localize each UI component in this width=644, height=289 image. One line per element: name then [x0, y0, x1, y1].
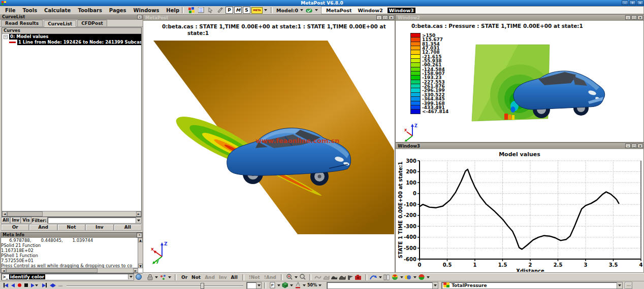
browse-results-button[interactable]: … — [625, 282, 632, 289]
isosurface-icon[interactable] — [417, 274, 426, 280]
tree-child-label[interactable]: 1 Line from Node: 192426 to Node: 241399… — [17, 40, 141, 45]
zoom-reset-icon[interactable] — [299, 274, 307, 280]
window-tab-metapost[interactable]: MetaPost — [325, 8, 353, 13]
palette-icon[interactable] — [187, 7, 196, 14]
scroll-thumb[interactable] — [6, 268, 98, 273]
tab-read-results[interactable]: Read Results — [1, 20, 43, 26]
zoom-dropdown-icon[interactable] — [295, 276, 298, 278]
first-frame-button[interactable] — [4, 283, 8, 287]
command-run-icon[interactable] — [136, 274, 142, 280]
hidden-line-view-icon[interactable] — [322, 274, 330, 280]
lock-dropdown-icon[interactable] — [155, 276, 158, 278]
logic-or-button[interactable]: Or — [1, 224, 29, 231]
tree-expander-icon[interactable]: − — [4, 35, 8, 39]
chart-canvas[interactable]: Model values 00.511.522.533.543002001000… — [396, 150, 643, 272]
menu-toolbars[interactable]: Toolbars — [78, 8, 102, 13]
window-tab-window2[interactable]: Window2 — [357, 8, 384, 13]
window2-titlebar[interactable]: Window2 – □ × — [396, 15, 643, 21]
shaded-edges-view-icon[interactable] — [338, 274, 346, 280]
window3-titlebar[interactable]: Window3 – □ × — [396, 143, 643, 149]
loop-button[interactable] — [50, 283, 56, 287]
inv-button[interactable]: Inv — [10, 217, 21, 224]
stop-button[interactable] — [24, 283, 28, 287]
menu-file[interactable]: File — [5, 8, 15, 13]
model-tool-icon[interactable]: M — [234, 7, 242, 14]
layout-columns-icon[interactable] — [383, 274, 391, 280]
more-options-icon[interactable]: … — [58, 283, 62, 287]
camera-icon[interactable] — [355, 274, 363, 280]
toolbar-all-button[interactable]: All — [229, 275, 240, 280]
background-dropdown-icon[interactable] — [303, 284, 306, 286]
meta-tool-icon[interactable]: META — [251, 7, 263, 14]
logic-not-button[interactable]: Not — [57, 224, 85, 231]
window-minimize-button[interactable]: – — [622, 1, 628, 5]
eraser-tool-icon[interactable] — [305, 7, 313, 14]
clipboard-page-icon[interactable]: P — [269, 282, 276, 288]
toolbar-and-button[interactable]: And — [203, 275, 217, 280]
result-selector-value[interactable]: TotalPressure — [452, 283, 487, 288]
all-button[interactable]: All — [1, 217, 10, 224]
flag-annotation-icon[interactable] — [346, 274, 355, 280]
tree-hscrollbar[interactable]: ◄ ► — [2, 211, 141, 216]
pointer-tool-icon[interactable] — [206, 7, 215, 14]
zoom-area-icon[interactable] — [285, 274, 294, 280]
filter-dropdown-icon[interactable] — [136, 218, 141, 223]
model-selector-dropdown[interactable] — [300, 9, 303, 11]
menu-windows[interactable]: Windows — [134, 8, 159, 13]
command-history-dropdown-icon[interactable] — [128, 274, 134, 279]
logic-inv-button[interactable]: Inv — [85, 224, 113, 231]
record-button[interactable] — [18, 283, 21, 287]
shaded-view-icon[interactable] — [330, 274, 338, 280]
curve-tool-dropdown-icon[interactable] — [379, 276, 382, 278]
metapost-window-titlebar[interactable]: MetaPost – □ × — [143, 15, 395, 21]
zoom-level-dropdown-icon[interactable] — [318, 284, 321, 286]
identify-dropdown-icon[interactable] — [168, 276, 171, 278]
scroll-track[interactable] — [98, 268, 133, 273]
menu-help[interactable]: Help — [166, 8, 179, 13]
logic-all-button[interactable]: All — [114, 224, 142, 231]
scroll-track[interactable] — [43, 211, 136, 216]
menu-calculate[interactable]: Calculate — [44, 8, 71, 13]
scroll-right-icon[interactable]: ► — [136, 211, 141, 216]
close-icon[interactable]: × — [389, 15, 394, 20]
result-combo[interactable]: TotalPressure — [441, 282, 623, 289]
tab-curvelist[interactable]: CurveList — [44, 20, 76, 27]
window-maximize-button[interactable]: + — [629, 1, 636, 5]
scroll-right-icon[interactable]: ► — [133, 268, 138, 273]
wireframe-view-icon[interactable] — [314, 274, 322, 280]
zoom-level[interactable]: 50% — [307, 283, 317, 287]
isosurface-dropdown-icon[interactable] — [427, 276, 430, 278]
meta-tool-dropdown[interactable] — [264, 9, 267, 11]
cube-dropdown-icon[interactable] — [290, 284, 293, 286]
tree-root-label[interactable]: 0: Model values — [9, 34, 141, 40]
scroll-left-icon[interactable]: ◄ — [2, 211, 7, 216]
model-selector[interactable]: Model:0 — [276, 8, 298, 13]
command-value[interactable]: identify color — [9, 274, 46, 279]
frame-number-combo[interactable] — [246, 282, 262, 289]
close-icon[interactable]: × — [637, 143, 643, 148]
close-icon[interactable]: × — [637, 15, 643, 20]
tree-child-row[interactable]: 1 Line from Node: 192426 to Node: 241399… — [2, 40, 141, 45]
scroll-up-icon[interactable]: ▲ — [138, 238, 143, 242]
annotation-combo[interactable] — [327, 282, 438, 289]
window2-3d-canvas[interactable]: 0:beta.cas : Pressure : STATE 1,TIME 0.0… — [396, 21, 643, 141]
eraser-tool-dropdown[interactable] — [315, 9, 318, 11]
maximize-icon[interactable]: □ — [382, 15, 388, 20]
maximize-icon[interactable]: □ — [631, 15, 637, 20]
vector-plot-icon[interactable] — [404, 274, 412, 280]
list-options-icon[interactable] — [197, 7, 205, 14]
minimize-icon[interactable]: – — [625, 15, 631, 20]
toolbar-not-button[interactable]: Not — [189, 275, 203, 280]
background-color-icon[interactable] — [294, 282, 302, 288]
scroll-left-icon[interactable]: ◄ — [1, 268, 6, 273]
menu-pages[interactable]: Pages — [109, 8, 126, 13]
logic-and-button[interactable]: And — [29, 224, 57, 231]
scroll-down-icon[interactable]: ▼ — [138, 264, 143, 268]
maximize-icon[interactable]: □ — [631, 143, 637, 148]
last-frame-button[interactable] — [42, 283, 47, 287]
vis-button[interactable]: Vis — [21, 217, 31, 224]
scroll-thumb[interactable] — [7, 211, 43, 216]
tree-root-row[interactable]: − 0: Model values — [2, 34, 141, 40]
fringe-dropdown-icon[interactable] — [400, 276, 403, 278]
lock-icon[interactable] — [146, 274, 154, 280]
